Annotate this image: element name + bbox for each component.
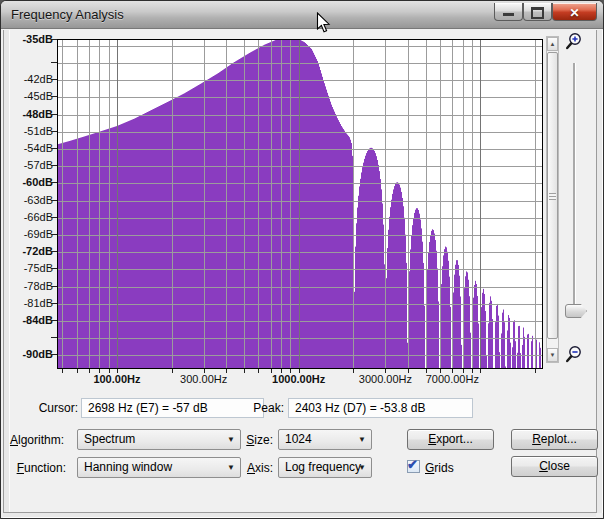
y-axis-label: -78dB [7, 280, 53, 293]
x-tick [408, 369, 409, 373]
spectrum-plot[interactable] [58, 40, 542, 368]
x-tick [281, 369, 282, 373]
y-tick [51, 114, 57, 115]
y-tick [51, 148, 57, 149]
size-select[interactable]: 1024 ▼ [278, 429, 372, 450]
x-tick [99, 369, 100, 373]
y-tick [51, 131, 57, 132]
scrollbar-up-icon[interactable]: ▲ [547, 37, 558, 51]
y-axis-label: -84dB [7, 314, 53, 327]
x-tick [426, 369, 427, 373]
axis-select[interactable]: Log frequency ▼ [278, 457, 372, 478]
x-tick [535, 369, 536, 373]
size-label: Size: [217, 433, 273, 447]
grids-checkbox[interactable]: ✔ [407, 460, 420, 473]
vertical-scrollbar[interactable]: ▲ ▼ [546, 36, 559, 363]
y-axis-label: -69dB [7, 228, 53, 241]
peak-label: Peak: [241, 401, 284, 415]
close-icon: ✕ [569, 6, 579, 20]
y-axis-label: -42dB [7, 73, 53, 86]
x-axis-label: 100.00Hz [72, 373, 162, 385]
x-tick [452, 369, 453, 373]
x-tick [463, 369, 464, 373]
function-label: Function: [9, 461, 66, 475]
x-tick [258, 369, 259, 373]
export-button[interactable]: Export... [407, 429, 494, 450]
chevron-down-icon: ▼ [358, 435, 366, 444]
x-tick [226, 369, 227, 373]
y-tick [51, 96, 57, 97]
x-tick [244, 369, 245, 373]
y-axis-label: -54dB [7, 142, 53, 155]
y-axis-label: -45dB [7, 90, 53, 103]
y-tick [51, 39, 57, 40]
x-tick [353, 369, 354, 373]
zoom-in-icon[interactable] [563, 31, 585, 53]
peak-readout: 2403 Hz (D7) = -53.8 dB [288, 398, 473, 418]
scrollbar-down-icon[interactable]: ▼ [547, 348, 558, 362]
x-tick [290, 369, 291, 373]
y-axis-label: -48dB [7, 108, 53, 121]
y-tick [51, 337, 57, 338]
y-tick [51, 320, 57, 321]
replot-button[interactable]: Replot... [511, 429, 598, 450]
mouse-cursor [316, 12, 331, 34]
x-axis-label: 7000.00Hz [407, 373, 497, 385]
x-tick [117, 369, 118, 373]
minimize-button[interactable] [494, 3, 523, 21]
x-tick [77, 369, 78, 373]
y-tick [51, 234, 57, 235]
x-axis-label: 1000.00Hz [254, 373, 344, 385]
close-button[interactable]: Close [511, 456, 598, 477]
y-axis-label: -63dB [7, 194, 53, 207]
y-axis-label: -90dB [7, 348, 53, 361]
chevron-down-icon: ▼ [358, 463, 366, 472]
maximize-icon [531, 7, 544, 19]
x-tick [271, 369, 272, 373]
zoom-slider-thumb[interactable] [565, 304, 587, 318]
close-window-button[interactable]: ✕ [552, 3, 597, 21]
scrollbar-thumb[interactable] [547, 52, 558, 339]
y-tick [51, 286, 57, 287]
x-tick [204, 369, 205, 373]
y-axis-label: -60dB [7, 176, 53, 189]
y-tick [51, 200, 57, 201]
y-tick [51, 165, 57, 166]
algorithm-label: Algorithm: [9, 433, 64, 447]
y-tick [51, 182, 57, 183]
window-resize-border-bottom [3, 512, 596, 518]
x-tick [440, 369, 441, 373]
y-axis-label: -75dB [7, 262, 53, 275]
y-tick [51, 251, 57, 252]
y-axis-label: -57dB [7, 159, 53, 172]
maximize-button[interactable] [523, 3, 552, 21]
y-tick [51, 62, 57, 63]
checkmark-icon: ✔ [407, 457, 418, 472]
y-tick [51, 268, 57, 269]
y-axis-label: -81dB [7, 297, 53, 310]
titlebar[interactable]: Frequency Analysis ✕ [1, 1, 603, 29]
minimize-icon [503, 13, 514, 16]
y-axis-label: -51dB [7, 125, 53, 138]
plot-frame [57, 39, 543, 369]
grids-label: Grids [425, 461, 454, 475]
y-tick [51, 79, 57, 80]
zoom-out-icon[interactable] [563, 344, 585, 366]
cursor-label: Cursor: [31, 401, 78, 415]
y-tick [51, 217, 57, 218]
axis-label: Axis: [217, 461, 273, 475]
x-tick [172, 369, 173, 373]
y-axis-label: -72dB [7, 245, 53, 258]
x-tick [472, 369, 473, 373]
x-tick [385, 369, 386, 373]
y-tick [51, 354, 57, 355]
zoom-slider-track[interactable] [573, 63, 576, 315]
x-tick [89, 369, 90, 373]
x-tick [62, 369, 63, 373]
cursor-readout: 2698 Hz (E7) = -57 dB [81, 398, 264, 418]
y-axis-label: -66dB [7, 211, 53, 224]
y-axis-label: -35dB [7, 33, 53, 46]
frequency-analysis-window: Frequency Analysis ✕ -35dB-42dB-45dB-48d… [0, 0, 604, 519]
x-tick [109, 369, 110, 373]
x-tick [480, 369, 481, 373]
